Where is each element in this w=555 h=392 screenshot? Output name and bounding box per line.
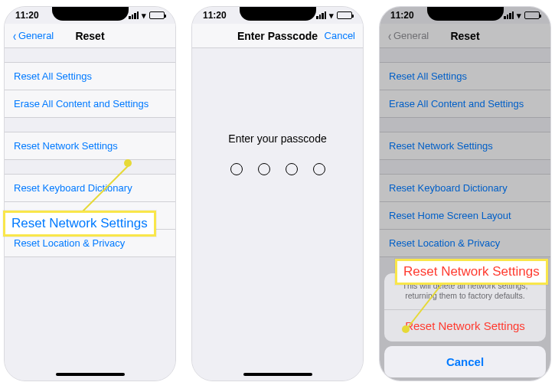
cancel-button[interactable]: Cancel — [325, 30, 355, 41]
passcode-dot — [258, 163, 270, 175]
back-button[interactable]: ‹ General — [12, 29, 54, 43]
battery-icon — [149, 11, 165, 19]
passcode-dots[interactable] — [192, 163, 363, 175]
nav-bar: ‹ General Reset — [5, 24, 175, 48]
passcode-dot — [286, 163, 298, 175]
notch — [240, 7, 316, 21]
reset-location-privacy: Reset Location & Privacy — [380, 230, 550, 257]
reset-network-settings: Reset Network Settings — [380, 132, 550, 160]
signal-icon — [504, 11, 514, 19]
sheet-cancel[interactable]: Cancel — [384, 346, 546, 377]
back-label: General — [393, 30, 429, 41]
chevron-left-icon: ‹ — [13, 29, 16, 43]
status-time: 11:20 — [15, 10, 46, 21]
wifi-icon: ▾ — [329, 11, 334, 20]
notch — [52, 7, 129, 21]
reset-home-screen-layout: Reset Home Screen Layout — [380, 202, 550, 230]
callout-reset-network: Reset Network Settings — [3, 211, 156, 237]
phone-reset-list: 11:20 ▾ ‹ General Reset Reset All Settin… — [4, 6, 176, 381]
battery-icon — [524, 11, 540, 19]
home-indicator[interactable] — [56, 373, 125, 376]
erase-all-content[interactable]: Erase All Content and Settings — [5, 90, 175, 118]
signal-icon — [316, 11, 326, 19]
signal-icon — [129, 11, 139, 19]
phone-passcode: 11:20 ▾ Enter Passcode Cancel Enter your… — [191, 6, 364, 381]
reset-keyboard-dictionary[interactable]: Reset Keyboard Dictionary — [5, 174, 175, 202]
home-indicator[interactable] — [243, 373, 312, 376]
passcode-prompt: Enter your passcode — [192, 132, 363, 145]
passcode-dot — [230, 163, 243, 175]
reset-all-settings[interactable]: Reset All Settings — [5, 62, 175, 90]
status-time: 11:20 — [390, 10, 421, 21]
reset-network-settings[interactable]: Reset Network Settings — [5, 132, 175, 160]
reset-all-settings: Reset All Settings — [380, 62, 550, 90]
callout-reset-network-confirm: Reset Network Settings — [395, 259, 548, 285]
status-time: 11:20 — [203, 10, 233, 21]
notch — [427, 7, 504, 21]
nav-bar: ‹ General Reset — [380, 24, 550, 48]
reset-keyboard-dictionary: Reset Keyboard Dictionary — [380, 174, 550, 202]
back-button-disabled: ‹ General — [387, 29, 429, 43]
erase-all-content: Erase All Content and Settings — [380, 90, 550, 118]
chevron-left-icon: ‹ — [388, 29, 391, 43]
passcode-dot — [313, 163, 325, 175]
nav-bar: Enter Passcode Cancel — [192, 24, 363, 48]
wifi-icon: ▾ — [517, 11, 521, 20]
back-label: General — [18, 30, 54, 41]
battery-icon — [337, 11, 352, 19]
wifi-icon: ▾ — [142, 11, 146, 20]
